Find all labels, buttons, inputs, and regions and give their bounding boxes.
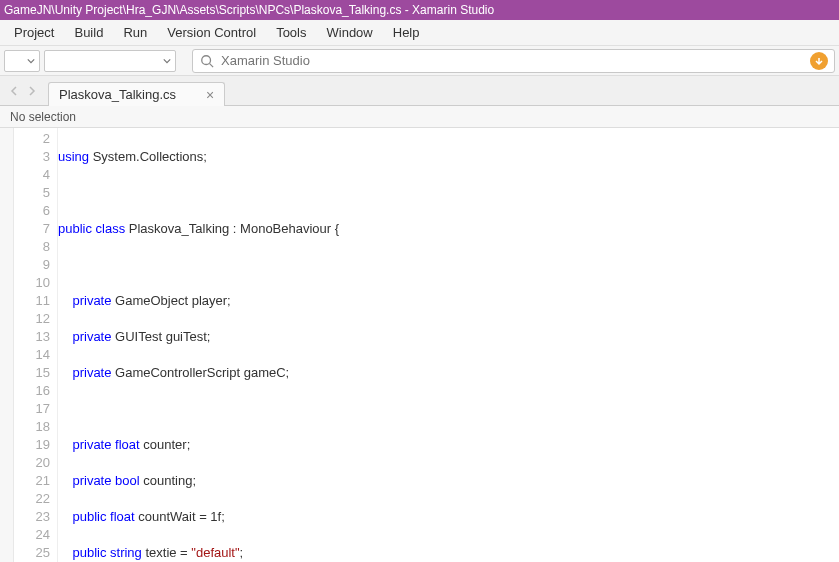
code-area[interactable]: using System.Collections; public class P…: [58, 128, 839, 562]
menu-build[interactable]: Build: [64, 21, 113, 44]
menu-help[interactable]: Help: [383, 21, 430, 44]
chevron-right-icon: [27, 86, 37, 96]
code-editor[interactable]: 234 567 8910 111213 141516 171819 202122…: [0, 128, 839, 562]
menu-bar: Project Build Run Version Control Tools …: [0, 20, 839, 46]
window-titlebar: GameJN\Unity Project\Hra_GJN\Assets\Scri…: [0, 0, 839, 20]
tab-close-button[interactable]: ×: [206, 87, 214, 103]
search-bar[interactable]: [192, 49, 835, 73]
toolbar: [0, 46, 839, 76]
document-tab[interactable]: Plaskova_Talking.cs ×: [48, 82, 225, 106]
menu-run[interactable]: Run: [113, 21, 157, 44]
arrow-down-icon: [814, 56, 824, 66]
go-button[interactable]: [810, 52, 828, 70]
svg-point-0: [202, 55, 211, 64]
target-dropdown[interactable]: [44, 50, 176, 72]
nav-back-button[interactable]: [6, 83, 22, 99]
line-number-gutter: 234 567 8910 111213 141516 171819 202122…: [14, 128, 56, 562]
nav-forward-button[interactable]: [24, 83, 40, 99]
menu-version-control[interactable]: Version Control: [157, 21, 266, 44]
chevron-down-icon: [27, 57, 35, 65]
search-icon: [199, 53, 215, 69]
search-input[interactable]: [221, 53, 810, 68]
chevron-left-icon: [9, 86, 19, 96]
document-tab-bar: Plaskova_Talking.cs ×: [0, 76, 839, 106]
svg-line-1: [210, 63, 214, 67]
fold-gutter: [0, 128, 14, 562]
breadcrumb-bar[interactable]: No selection: [0, 106, 839, 128]
menu-window[interactable]: Window: [317, 21, 383, 44]
menu-tools[interactable]: Tools: [266, 21, 316, 44]
config-dropdown[interactable]: [4, 50, 40, 72]
tab-label: Plaskova_Talking.cs: [59, 87, 176, 102]
menu-project[interactable]: Project: [4, 21, 64, 44]
chevron-down-icon: [163, 57, 171, 65]
